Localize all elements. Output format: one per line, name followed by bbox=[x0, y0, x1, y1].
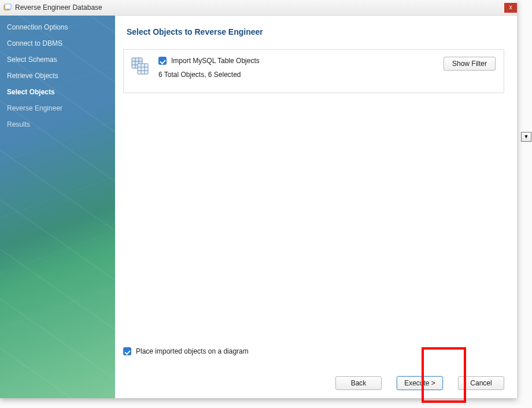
close-button[interactable]: x bbox=[504, 3, 517, 13]
back-button[interactable]: Back bbox=[335, 376, 382, 390]
import-tables-row: Import MySQL Table Objects bbox=[158, 57, 435, 65]
dialog-body: Connection Options Connect to DBMS Selec… bbox=[0, 16, 517, 398]
sidebar-item-label: Reverse Engineer bbox=[7, 104, 62, 112]
sidebar-step-connect-dbms[interactable]: Connect to DBMS bbox=[0, 35, 115, 52]
sidebar-step-results[interactable]: Results bbox=[0, 116, 115, 133]
background-dropdown[interactable]: ▼ bbox=[521, 132, 531, 142]
page-title: Select Objects to Reverse Engineer bbox=[127, 27, 504, 36]
import-tables-label: Import MySQL Table Objects bbox=[171, 57, 260, 65]
reverse-engineer-dialog: Reverse Engineer Database x Connection O… bbox=[0, 0, 517, 398]
place-on-diagram-checkbox[interactable] bbox=[123, 347, 131, 355]
title-bar: Reverse Engineer Database x bbox=[0, 0, 517, 16]
svg-rect-1 bbox=[5, 4, 12, 9]
panel-center: Import MySQL Table Objects 6 Total Objec… bbox=[158, 57, 435, 79]
objects-panel: Import MySQL Table Objects 6 Total Objec… bbox=[123, 49, 504, 93]
execute-button[interactable]: Execute > bbox=[397, 376, 443, 390]
sidebar-step-reverse-engineer[interactable]: Reverse Engineer bbox=[0, 100, 115, 116]
show-filter-button[interactable]: Show Filter bbox=[444, 57, 496, 71]
main-area: Select Objects to Reverse Engineer bbox=[115, 16, 517, 398]
place-on-diagram-row: Place imported objects on a diagram bbox=[123, 347, 504, 355]
app-icon bbox=[3, 3, 12, 12]
cancel-button[interactable]: Cancel bbox=[458, 376, 504, 390]
title-left: Reverse Engineer Database bbox=[3, 3, 102, 12]
wizard-sidebar: Connection Options Connect to DBMS Selec… bbox=[0, 16, 115, 398]
sidebar-step-connection-options[interactable]: Connection Options bbox=[0, 19, 115, 35]
sidebar-item-label: Select Schemas bbox=[7, 56, 57, 64]
sidebar-item-label: Results bbox=[7, 120, 30, 128]
sidebar-item-label: Retrieve Objects bbox=[7, 72, 58, 80]
tables-icon bbox=[131, 57, 150, 76]
objects-count-text: 6 Total Objects, 6 Selected bbox=[158, 71, 435, 79]
sidebar-item-label: Connect to DBMS bbox=[7, 39, 62, 47]
sidebar-step-retrieve-objects[interactable]: Retrieve Objects bbox=[0, 68, 115, 84]
wizard-button-row: Back Execute > Cancel bbox=[123, 376, 504, 390]
sidebar-item-label: Select Objects bbox=[7, 88, 55, 96]
window-title: Reverse Engineer Database bbox=[15, 3, 102, 12]
place-on-diagram-label: Place imported objects on a diagram bbox=[136, 347, 249, 355]
sidebar-item-label: Connection Options bbox=[7, 23, 68, 31]
bottom-area: Place imported objects on a diagram Back… bbox=[123, 347, 504, 390]
svg-rect-7 bbox=[138, 64, 148, 74]
import-tables-checkbox[interactable] bbox=[158, 57, 167, 65]
sidebar-step-select-objects[interactable]: Select Objects bbox=[0, 84, 115, 100]
sidebar-step-select-schemas[interactable]: Select Schemas bbox=[0, 52, 115, 68]
